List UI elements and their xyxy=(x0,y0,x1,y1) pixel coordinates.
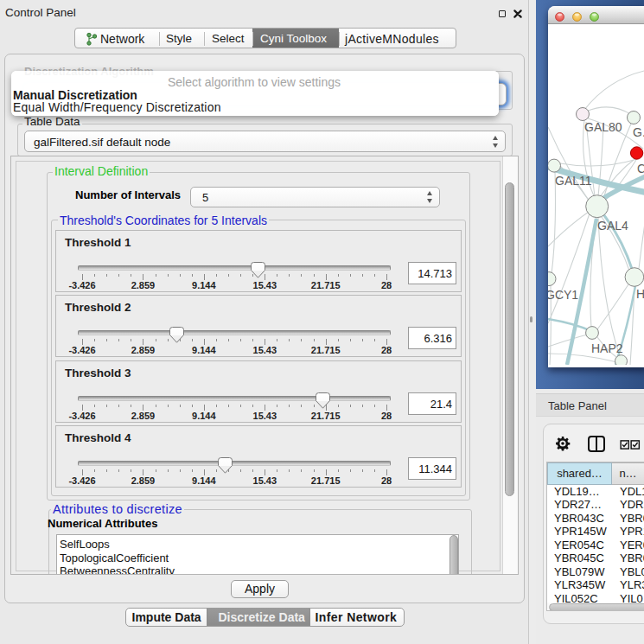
svg-text:G.: G. xyxy=(633,125,644,139)
svg-text:C: C xyxy=(637,162,644,175)
svg-text:GAL11: GAL11 xyxy=(555,174,592,188)
svg-text:GAL80: GAL80 xyxy=(584,120,622,134)
svg-text:GAL4: GAL4 xyxy=(597,219,628,233)
svg-text:H: H xyxy=(636,287,644,301)
svg-text:HAP2: HAP2 xyxy=(591,341,623,355)
svg-text:GCY1: GCY1 xyxy=(548,288,578,302)
